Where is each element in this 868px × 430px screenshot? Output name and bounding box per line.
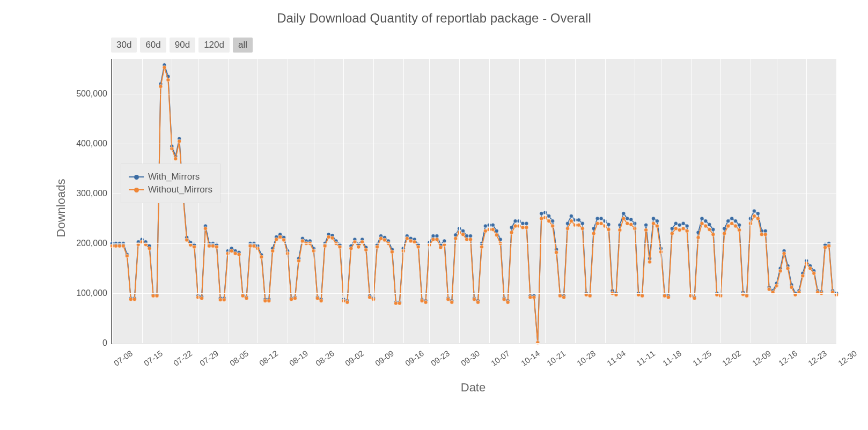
svg-point-227 [230,249,233,253]
svg-point-380 [801,274,805,278]
svg-point-253 [327,235,330,239]
x-tick-label: 08-19 [288,349,310,368]
svg-point-244 [293,296,297,300]
svg-point-102 [491,223,495,227]
svg-point-334 [629,223,633,226]
svg-point-316 [562,295,566,299]
svg-point-367 [752,214,756,218]
legend-item-with-mirrors[interactable]: With_Mirrors [129,172,212,182]
svg-point-231 [245,296,248,300]
svg-point-344 [666,295,670,299]
svg-point-297 [491,228,495,232]
svg-point-158 [700,217,704,220]
plot-svg [112,59,836,343]
svg-point-295 [483,229,487,233]
legend-label: Without_Mirrors [148,184,212,195]
svg-point-387 [827,244,831,248]
svg-point-285 [446,298,450,301]
svg-point-354 [704,224,708,228]
svg-point-94 [461,229,465,233]
svg-point-326 [599,221,603,225]
svg-point-198 [121,244,125,248]
svg-point-217 [193,245,196,249]
svg-point-375 [782,251,786,255]
svg-point-166 [730,217,734,220]
svg-point-224 [218,298,222,302]
svg-point-383 [812,271,816,275]
svg-point-346 [674,227,678,231]
svg-point-252 [323,244,327,248]
svg-point-279 [424,300,428,304]
svg-point-89 [443,239,446,243]
range-btn-30d[interactable]: 30d [111,38,137,53]
svg-point-258 [345,300,349,304]
svg-point-340 [652,221,656,225]
svg-point-361 [730,221,734,225]
x-tick-label: 12-09 [751,349,773,368]
svg-point-173 [756,212,760,216]
svg-point-287 [454,236,458,240]
svg-point-221 [207,244,211,248]
legend-item-without-mirrors[interactable]: Without_Mirrors [129,184,212,195]
range-buttons: 30d 60d 90d 120d all [111,38,253,53]
svg-point-371 [767,287,771,291]
svg-point-207 [155,294,159,298]
svg-point-250 [315,296,319,300]
x-tick-label: 11-04 [605,349,627,368]
svg-point-291 [469,238,473,241]
x-tick-label: 09-30 [459,349,481,368]
x-tick-label: 08-12 [258,349,279,368]
x-tick-label: 07-22 [172,349,194,368]
svg-point-318 [569,219,573,223]
range-btn-60d[interactable]: 60d [140,38,166,53]
svg-point-290 [465,238,469,241]
svg-point-338 [644,228,648,232]
svg-point-200 [129,298,133,301]
y-tick-label: 300,000 [76,189,107,198]
range-btn-120d[interactable]: 120d [198,38,230,53]
svg-point-161 [711,228,715,232]
svg-point-246 [300,239,304,243]
svg-point-300 [502,298,506,301]
x-tick-label: 09-23 [429,349,451,368]
svg-point-278 [420,299,424,302]
chart-container: Daily Download Quantity of reportlab pac… [11,11,857,419]
svg-point-263 [364,248,368,252]
range-btn-90d[interactable]: 90d [170,38,195,53]
svg-point-146 [655,219,659,223]
svg-point-210 [166,78,170,82]
svg-point-333 [626,221,629,225]
svg-point-332 [622,217,626,220]
svg-point-118 [551,219,555,223]
svg-point-123 [569,214,573,218]
y-tick-label: 500,000 [76,89,107,99]
svg-point-270 [390,250,394,254]
svg-point-254 [330,236,334,240]
svg-point-117 [547,214,551,218]
svg-point-126 [580,221,584,225]
svg-point-328 [607,228,610,232]
svg-point-302 [510,231,513,234]
x-tick-label: 07-15 [142,349,164,368]
svg-point-289 [461,233,465,236]
svg-point-160 [708,223,711,226]
svg-point-259 [349,247,353,250]
svg-point-137 [622,212,626,216]
svg-point-369 [760,233,763,236]
svg-point-228 [233,251,237,255]
x-tick-label: 10-07 [489,349,511,368]
range-btn-all[interactable]: all [233,38,253,53]
svg-point-283 [439,246,443,249]
svg-point-153 [681,221,685,225]
svg-point-320 [577,223,580,227]
svg-point-237 [267,299,271,302]
svg-point-213 [178,139,181,143]
svg-point-264 [368,295,372,299]
y-tick-label: 400,000 [76,139,107,149]
svg-point-307 [528,295,532,299]
x-tick-label: 10-28 [575,349,597,368]
svg-point-272 [398,301,401,305]
svg-point-219 [200,296,204,300]
svg-point-286 [450,300,454,304]
legend-marker-icon [129,174,144,180]
